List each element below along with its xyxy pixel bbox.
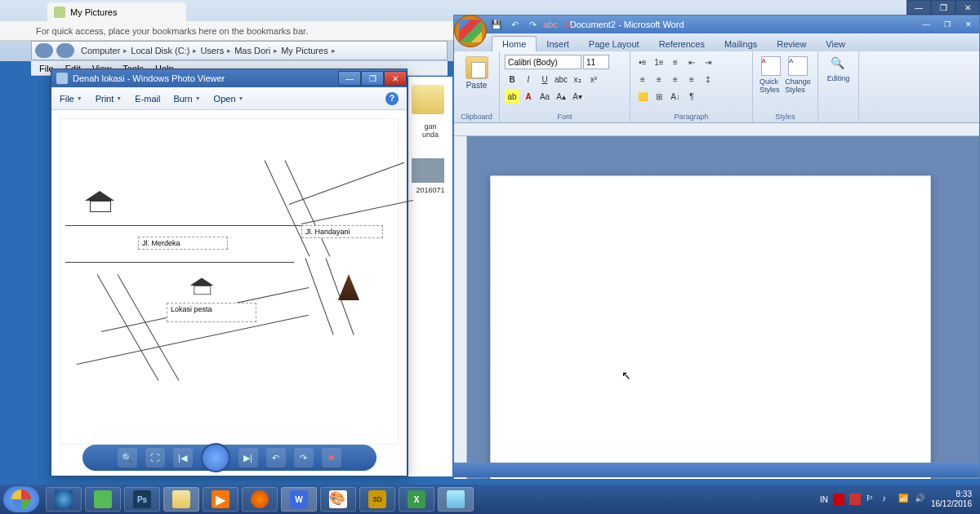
- font-color-icon[interactable]: A: [562, 18, 575, 31]
- align-left-button[interactable]: ≡: [635, 72, 650, 86]
- shrink-font-button[interactable]: A▾: [570, 89, 585, 104]
- folder-thumbnail[interactable]: [412, 85, 444, 114]
- save-icon[interactable]: 💾: [490, 18, 503, 31]
- document-area[interactable]: ↖: [454, 136, 979, 479]
- task-app1[interactable]: [85, 487, 121, 512]
- rotate-left-button[interactable]: ↶: [266, 448, 286, 467]
- strike-button[interactable]: abc: [554, 72, 568, 86]
- vertical-ruler[interactable]: [454, 136, 467, 479]
- zoom-button[interactable]: 🔍: [118, 448, 137, 467]
- task-explorer[interactable]: [163, 487, 199, 512]
- back-button[interactable]: [35, 43, 53, 58]
- word-statusbar[interactable]: [454, 463, 979, 477]
- close-button[interactable]: ✕: [958, 18, 979, 31]
- align-center-button[interactable]: ≡: [652, 72, 666, 86]
- task-ie[interactable]: [46, 487, 82, 512]
- pv-email-button[interactable]: E-mail: [135, 94, 160, 104]
- font-color-button[interactable]: A: [521, 89, 536, 104]
- sort-button[interactable]: A↓: [668, 89, 683, 104]
- start-button[interactable]: [3, 486, 39, 512]
- breadcrumb[interactable]: Computer▸ Local Disk (C:)▸ Users▸ Mas Do…: [81, 46, 336, 55]
- close-button[interactable]: ✕: [956, 0, 980, 15]
- superscript-button[interactable]: x²: [586, 72, 601, 86]
- tab-references[interactable]: References: [649, 37, 715, 51]
- tab-page-layout[interactable]: Page Layout: [579, 37, 649, 51]
- restore-button[interactable]: ❐: [937, 18, 958, 31]
- show-marks-button[interactable]: ¶: [684, 89, 699, 104]
- pv-open-menu[interactable]: Open▼: [214, 94, 244, 104]
- pv-file-menu[interactable]: File▼: [60, 94, 82, 104]
- tab-home[interactable]: Home: [492, 36, 537, 51]
- align-right-button[interactable]: ≡: [668, 72, 683, 86]
- highlight-button[interactable]: ab: [505, 89, 519, 104]
- undo-icon[interactable]: ↶: [508, 18, 521, 31]
- maximize-button[interactable]: ❐: [361, 71, 384, 86]
- tab-review[interactable]: Review: [767, 37, 816, 51]
- volume-icon[interactable]: 🔊: [915, 494, 926, 505]
- rotate-right-button[interactable]: ↷: [294, 448, 314, 467]
- italic-button[interactable]: I: [521, 72, 536, 86]
- language-indicator[interactable]: IN: [820, 495, 828, 504]
- numbering-button[interactable]: 1≡: [652, 55, 666, 69]
- crumb[interactable]: Computer: [81, 46, 120, 55]
- pv-burn-menu[interactable]: Burn▼: [173, 94, 200, 104]
- line-spacing-button[interactable]: ‡: [701, 72, 715, 86]
- office-button[interactable]: [454, 15, 487, 47]
- subscript-button[interactable]: x₂: [570, 72, 585, 86]
- clock[interactable]: 8:33 16/12/2016: [931, 490, 972, 509]
- quick-styles-button[interactable]: A Quick Styles: [758, 55, 783, 95]
- crumb[interactable]: Users: [200, 46, 224, 55]
- task-3d[interactable]: 3D: [359, 487, 395, 512]
- minimize-button[interactable]: —: [915, 18, 937, 31]
- redo-icon[interactable]: ↷: [526, 18, 539, 31]
- pv-print-menu[interactable]: Print▼: [96, 94, 122, 104]
- browser-tab[interactable]: My Pictures: [47, 2, 186, 22]
- horizontal-ruler[interactable]: [454, 123, 979, 136]
- task-photoviewer[interactable]: [438, 487, 474, 512]
- underline-button[interactable]: U: [537, 72, 552, 86]
- prev-button[interactable]: |◀: [173, 448, 193, 467]
- task-word[interactable]: W: [281, 487, 317, 512]
- tray-icon[interactable]: ♪: [882, 494, 893, 505]
- tab-view[interactable]: View: [816, 37, 855, 51]
- action-center-icon[interactable]: 🏳: [866, 494, 877, 505]
- paste-button[interactable]: Paste: [459, 55, 494, 91]
- photo-thumbnail[interactable]: [412, 158, 444, 183]
- tab-insert[interactable]: Insert: [537, 37, 579, 51]
- word-titlebar[interactable]: 💾 ↶ ↷ abc A Document2 - Microsoft Word —…: [454, 16, 979, 33]
- indent-right-button[interactable]: ⇥: [701, 55, 715, 69]
- next-button[interactable]: ▶|: [238, 448, 258, 467]
- close-button[interactable]: ✕: [384, 71, 407, 86]
- help-icon[interactable]: ?: [385, 92, 399, 105]
- task-photoshop[interactable]: Ps: [124, 487, 160, 512]
- explorer-address-bar[interactable]: Computer▸ Local Disk (C:)▸ Users▸ Mas Do…: [31, 41, 448, 60]
- slideshow-button[interactable]: [201, 443, 230, 472]
- font-name-select[interactable]: Calibri (Body): [505, 55, 581, 69]
- minimize-button[interactable]: —: [906, 0, 931, 15]
- forward-button[interactable]: [56, 43, 74, 58]
- task-paint[interactable]: 🎨: [320, 487, 356, 512]
- tray-icon[interactable]: [849, 494, 861, 505]
- pv-titlebar[interactable]: Denah lokasi - Windows Photo Viewer — ❐ …: [51, 69, 407, 87]
- bullets-button[interactable]: •≡: [635, 55, 650, 69]
- change-case-button[interactable]: Aa: [537, 89, 552, 104]
- font-size-select[interactable]: 11: [583, 55, 609, 69]
- minimize-button[interactable]: —: [338, 71, 361, 86]
- editing-button[interactable]: 🔍 Editing: [823, 55, 853, 84]
- network-icon[interactable]: 📶: [898, 494, 910, 505]
- crumb[interactable]: My Pictures: [281, 46, 327, 55]
- maximize-button[interactable]: ❐: [931, 0, 956, 15]
- task-firefox[interactable]: [242, 487, 278, 512]
- spellcheck-icon[interactable]: abc: [544, 18, 557, 31]
- indent-left-button[interactable]: ⇤: [684, 55, 699, 69]
- tray-icon[interactable]: [833, 494, 844, 505]
- tab-mailings[interactable]: Mailings: [715, 37, 767, 51]
- borders-button[interactable]: ⊞: [652, 89, 666, 104]
- bold-button[interactable]: B: [505, 72, 519, 86]
- delete-button[interactable]: ✕: [322, 448, 341, 467]
- crumb[interactable]: Mas Dori: [234, 46, 270, 55]
- fit-button[interactable]: ⛶: [145, 448, 165, 467]
- justify-button[interactable]: ≡: [684, 72, 699, 86]
- multilevel-button[interactable]: ≡: [668, 55, 683, 69]
- change-styles-button[interactable]: A Change Styles: [783, 55, 813, 95]
